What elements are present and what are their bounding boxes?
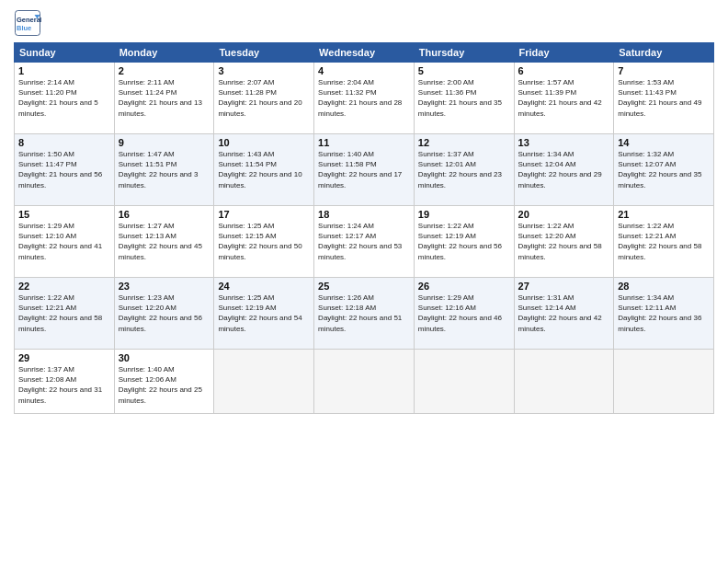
calendar-cell: 6 Sunrise: 1:57 AM Sunset: 11:39 PM Dayl… bbox=[514, 63, 614, 134]
day-info: Sunrise: 1:24 AM Sunset: 12:17 AM Daylig… bbox=[318, 221, 410, 262]
calendar-cell: 18 Sunrise: 1:24 AM Sunset: 12:17 AM Day… bbox=[314, 206, 415, 278]
calendar-cell: 16 Sunrise: 1:27 AM Sunset: 12:13 AM Day… bbox=[114, 206, 214, 278]
calendar-cell: 24 Sunrise: 1:25 AM Sunset: 12:19 AM Day… bbox=[214, 278, 314, 350]
calendar-cell: 25 Sunrise: 1:26 AM Sunset: 12:18 AM Day… bbox=[314, 278, 415, 350]
day-info: Sunrise: 1:22 AM Sunset: 12:21 AM Daylig… bbox=[18, 293, 110, 334]
day-number: 27 bbox=[518, 281, 610, 292]
day-number: 8 bbox=[18, 137, 110, 148]
day-info: Sunrise: 1:25 AM Sunset: 12:15 AM Daylig… bbox=[218, 221, 310, 262]
day-number: 12 bbox=[418, 137, 510, 148]
day-number: 30 bbox=[119, 352, 210, 363]
calendar-cell bbox=[414, 350, 514, 414]
calendar-day-header: Saturday bbox=[614, 43, 714, 63]
day-number: 28 bbox=[618, 281, 710, 292]
day-info: Sunrise: 1:29 AM Sunset: 12:10 AM Daylig… bbox=[18, 221, 110, 262]
calendar-day-header: Monday bbox=[114, 43, 214, 63]
day-number: 20 bbox=[518, 209, 610, 220]
calendar-header-row: SundayMondayTuesdayWednesdayThursdayFrid… bbox=[15, 43, 714, 63]
day-info: Sunrise: 2:11 AM Sunset: 11:24 PM Daylig… bbox=[119, 77, 210, 119]
day-info: Sunrise: 1:43 AM Sunset: 11:54 PM Daylig… bbox=[218, 149, 310, 190]
calendar-day-header: Tuesday bbox=[214, 43, 314, 63]
day-info: Sunrise: 2:04 AM Sunset: 11:32 PM Daylig… bbox=[318, 77, 410, 119]
day-info: Sunrise: 1:40 AM Sunset: 11:58 PM Daylig… bbox=[318, 149, 410, 190]
day-info: Sunrise: 1:26 AM Sunset: 12:18 AM Daylig… bbox=[318, 293, 410, 334]
calendar-cell: 8 Sunrise: 1:50 AM Sunset: 11:47 PM Dayl… bbox=[15, 134, 115, 206]
day-info: Sunrise: 1:57 AM Sunset: 11:39 PM Daylig… bbox=[518, 77, 610, 119]
day-info: Sunrise: 1:23 AM Sunset: 12:20 AM Daylig… bbox=[119, 293, 210, 334]
calendar-cell: 12 Sunrise: 1:37 AM Sunset: 12:01 AM Day… bbox=[414, 134, 514, 206]
day-info: Sunrise: 1:29 AM Sunset: 12:16 AM Daylig… bbox=[418, 293, 510, 334]
day-number: 19 bbox=[418, 209, 510, 220]
calendar-cell: 10 Sunrise: 1:43 AM Sunset: 11:54 PM Day… bbox=[214, 134, 314, 206]
logo: General Blue bbox=[14, 9, 45, 37]
day-info: Sunrise: 1:37 AM Sunset: 12:01 AM Daylig… bbox=[418, 149, 510, 190]
day-number: 7 bbox=[618, 65, 710, 76]
calendar-cell: 4 Sunrise: 2:04 AM Sunset: 11:32 PM Dayl… bbox=[314, 63, 415, 134]
day-number: 18 bbox=[318, 209, 410, 220]
day-number: 24 bbox=[218, 281, 310, 292]
day-number: 22 bbox=[18, 281, 110, 292]
day-number: 16 bbox=[119, 209, 210, 220]
calendar-cell: 17 Sunrise: 1:25 AM Sunset: 12:15 AM Day… bbox=[214, 206, 314, 278]
day-number: 1 bbox=[18, 65, 110, 76]
day-number: 26 bbox=[418, 281, 510, 292]
calendar-cell: 1 Sunrise: 2:14 AM Sunset: 11:20 PM Dayl… bbox=[15, 63, 115, 134]
calendar-cell: 3 Sunrise: 2:07 AM Sunset: 11:28 PM Dayl… bbox=[214, 63, 314, 134]
calendar-cell: 28 Sunrise: 1:34 AM Sunset: 12:11 AM Day… bbox=[614, 278, 714, 350]
svg-text:Blue: Blue bbox=[17, 24, 31, 32]
day-info: Sunrise: 1:34 AM Sunset: 12:04 AM Daylig… bbox=[518, 149, 610, 190]
calendar-cell: 5 Sunrise: 2:00 AM Sunset: 11:36 PM Dayl… bbox=[414, 63, 514, 134]
calendar-cell: 9 Sunrise: 1:47 AM Sunset: 11:51 PM Dayl… bbox=[114, 134, 214, 206]
calendar-cell: 29 Sunrise: 1:37 AM Sunset: 12:08 AM Day… bbox=[15, 350, 115, 414]
day-info: Sunrise: 1:50 AM Sunset: 11:47 PM Daylig… bbox=[18, 149, 110, 190]
calendar-cell: 27 Sunrise: 1:31 AM Sunset: 12:14 AM Day… bbox=[514, 278, 614, 350]
page: General Blue SundayMondayTuesdayWednesda… bbox=[0, 0, 728, 563]
calendar-table: SundayMondayTuesdayWednesdayThursdayFrid… bbox=[14, 42, 714, 414]
day-number: 5 bbox=[418, 65, 510, 76]
calendar-cell: 13 Sunrise: 1:34 AM Sunset: 12:04 AM Day… bbox=[514, 134, 614, 206]
day-number: 2 bbox=[119, 65, 210, 76]
calendar-cell: 22 Sunrise: 1:22 AM Sunset: 12:21 AM Day… bbox=[15, 278, 115, 350]
day-number: 14 bbox=[618, 137, 710, 148]
day-info: Sunrise: 1:25 AM Sunset: 12:19 AM Daylig… bbox=[218, 293, 310, 334]
calendar-cell: 30 Sunrise: 1:40 AM Sunset: 12:06 AM Day… bbox=[114, 350, 214, 414]
day-info: Sunrise: 1:37 AM Sunset: 12:08 AM Daylig… bbox=[18, 364, 110, 406]
day-info: Sunrise: 1:27 AM Sunset: 12:13 AM Daylig… bbox=[119, 221, 210, 262]
day-number: 15 bbox=[18, 209, 110, 220]
day-info: Sunrise: 2:14 AM Sunset: 11:20 PM Daylig… bbox=[18, 77, 110, 119]
day-number: 9 bbox=[119, 137, 210, 148]
calendar-cell: 11 Sunrise: 1:40 AM Sunset: 11:58 PM Day… bbox=[314, 134, 415, 206]
day-info: Sunrise: 1:47 AM Sunset: 11:51 PM Daylig… bbox=[119, 149, 210, 190]
day-number: 11 bbox=[318, 137, 410, 148]
day-number: 6 bbox=[518, 65, 610, 76]
day-number: 17 bbox=[218, 209, 310, 220]
day-number: 25 bbox=[318, 281, 410, 292]
day-info: Sunrise: 2:00 AM Sunset: 11:36 PM Daylig… bbox=[418, 77, 510, 119]
day-info: Sunrise: 1:31 AM Sunset: 12:14 AM Daylig… bbox=[518, 293, 610, 334]
calendar-cell bbox=[214, 350, 314, 414]
day-number: 29 bbox=[18, 352, 110, 363]
calendar-cell: 21 Sunrise: 1:22 AM Sunset: 12:21 AM Day… bbox=[614, 206, 714, 278]
day-info: Sunrise: 1:32 AM Sunset: 12:07 AM Daylig… bbox=[618, 149, 710, 190]
calendar-day-header: Wednesday bbox=[314, 43, 415, 63]
calendar-cell bbox=[514, 350, 614, 414]
day-info: Sunrise: 1:34 AM Sunset: 12:11 AM Daylig… bbox=[618, 293, 710, 334]
day-info: Sunrise: 1:22 AM Sunset: 12:20 AM Daylig… bbox=[518, 221, 610, 262]
calendar-cell: 14 Sunrise: 1:32 AM Sunset: 12:07 AM Day… bbox=[614, 134, 714, 206]
calendar-cell: 7 Sunrise: 1:53 AM Sunset: 11:43 PM Dayl… bbox=[614, 63, 714, 134]
calendar-cell: 2 Sunrise: 2:11 AM Sunset: 11:24 PM Dayl… bbox=[114, 63, 214, 134]
header: General Blue bbox=[14, 9, 714, 37]
day-number: 3 bbox=[218, 65, 310, 76]
calendar-cell bbox=[614, 350, 714, 414]
calendar-cell: 19 Sunrise: 1:22 AM Sunset: 12:19 AM Day… bbox=[414, 206, 514, 278]
calendar-cell: 20 Sunrise: 1:22 AM Sunset: 12:20 AM Day… bbox=[514, 206, 614, 278]
calendar-cell: 15 Sunrise: 1:29 AM Sunset: 12:10 AM Day… bbox=[15, 206, 115, 278]
day-number: 23 bbox=[119, 281, 210, 292]
day-number: 13 bbox=[518, 137, 610, 148]
day-number: 10 bbox=[218, 137, 310, 148]
day-info: Sunrise: 1:22 AM Sunset: 12:21 AM Daylig… bbox=[618, 221, 710, 262]
calendar-day-header: Friday bbox=[514, 43, 614, 63]
calendar-body: 1 Sunrise: 2:14 AM Sunset: 11:20 PM Dayl… bbox=[15, 63, 714, 414]
calendar-cell: 26 Sunrise: 1:29 AM Sunset: 12:16 AM Day… bbox=[414, 278, 514, 350]
day-info: Sunrise: 1:53 AM Sunset: 11:43 PM Daylig… bbox=[618, 77, 710, 119]
